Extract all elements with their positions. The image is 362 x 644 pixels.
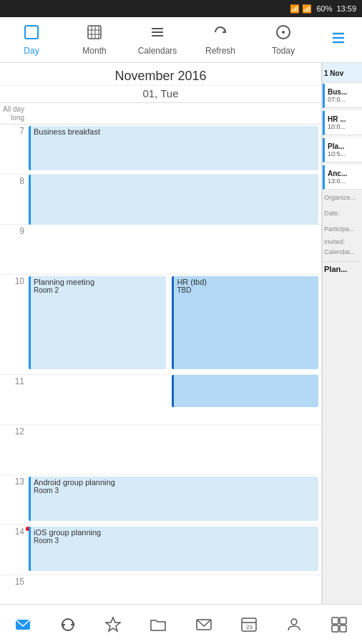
right-event-bus-title: Bus... <box>328 88 359 96</box>
svg-rect-0 <box>25 26 38 39</box>
day-header: 01, Tue <box>0 86 321 103</box>
event-subtitle: Room 3 <box>34 537 315 545</box>
right-details-section: Organize... Date: Participa... Invited: … <box>323 191 362 604</box>
bottom-nav-mail[interactable] <box>14 616 31 633</box>
event-business-breakfast-cont[interactable] <box>29 175 318 225</box>
hour-content-15 <box>29 575 321 604</box>
hour-row-14: 14 iOS group planning Room 3 <box>0 525 321 575</box>
hour-label-12: 12 <box>0 425 29 474</box>
status-icons: 📶 📶 <box>290 4 312 14</box>
hour-row-10: 10 Planning meeting Room 2 HR (tbd) TBD <box>0 275 321 375</box>
calendar-pane: November 2016 01, Tue All daylong 7 Busi… <box>0 63 322 604</box>
event-subtitle: TBD <box>177 286 315 294</box>
nav-refresh-label: Refresh <box>205 46 235 56</box>
svg-marker-16 <box>106 618 120 631</box>
clock: 13:59 <box>336 4 356 13</box>
menu-icon[interactable] <box>325 30 352 50</box>
battery-level: 60% <box>316 4 332 13</box>
right-date-label: 1 Nov <box>323 63 362 82</box>
event-title: Business breakfast <box>34 127 100 136</box>
svg-rect-25 <box>340 625 346 632</box>
nav-today[interactable]: Today <box>262 24 305 56</box>
invited-label: Invited: <box>324 238 361 245</box>
right-event-anc-title: Anc... <box>328 170 359 177</box>
top-navigation: Day Month Calendars <box>0 17 362 63</box>
event-subtitle: Room 3 <box>34 487 315 494</box>
calendar-label: Calendar... <box>324 248 361 255</box>
hour-label-14: 14 <box>0 525 29 575</box>
right-event-bus-time: 07:0... <box>328 96 359 103</box>
nav-month[interactable]: Month <box>73 24 116 56</box>
hour-label-8: 8 <box>0 175 29 224</box>
bottom-navigation: 23 <box>0 604 362 644</box>
bottom-nav-person[interactable] <box>285 616 303 633</box>
bottom-nav-star[interactable] <box>104 616 122 633</box>
all-day-row: All daylong <box>0 103 321 125</box>
nav-refresh[interactable]: Refresh <box>199 24 242 56</box>
hour-label-15: 15 <box>0 575 29 604</box>
right-event-pla-time: 10:5... <box>328 150 359 157</box>
nav-month-label: Month <box>82 46 106 56</box>
hour-label-13: 13 <box>0 475 29 525</box>
event-title: iOS group planning <box>34 528 315 537</box>
bottom-nav-sync[interactable] <box>59 616 77 633</box>
bottom-nav-envelope[interactable] <box>195 616 212 633</box>
hour-content-8 <box>29 175 321 224</box>
right-event-bus[interactable]: Bus... 07:0... <box>323 84 362 108</box>
event-ios-group[interactable]: iOS group planning Room 3 <box>29 527 318 571</box>
right-section-title: Plan... <box>324 265 361 273</box>
time-grid[interactable]: 7 Business breakfast 8 9 <box>0 125 321 604</box>
hour-row-7: 7 Business breakfast <box>0 125 321 175</box>
event-planning-meeting[interactable]: Planning meeting Room 2 <box>29 276 166 369</box>
right-event-hr-title: HR ... <box>328 115 359 123</box>
right-event-hr-time: 10:0... <box>328 123 359 130</box>
right-event-anc-time: 13:0... <box>328 177 359 185</box>
hour-label-11: 11 <box>0 375 29 424</box>
nav-day[interactable]: Day <box>10 24 53 56</box>
today-icon <box>275 24 291 44</box>
hour-label-9: 9 <box>0 225 29 274</box>
svg-point-11 <box>282 31 285 34</box>
month-icon <box>87 24 102 44</box>
organizer-label: Organize... <box>324 194 361 201</box>
hour-row-15: 15 <box>0 575 321 604</box>
right-panel: 1 Nov Bus... 07:0... HR ... 10:0... Pla.… <box>322 63 362 604</box>
nav-calendars[interactable]: Calendars <box>136 24 179 56</box>
hour-content-12 <box>29 425 321 474</box>
main-layout: November 2016 01, Tue All daylong 7 Busi… <box>0 63 362 604</box>
event-title: HR (tbd) <box>177 278 315 286</box>
event-title: Planning meeting <box>34 278 163 286</box>
hour-row-9: 9 <box>0 225 321 275</box>
svg-point-21 <box>291 619 297 625</box>
right-event-pla[interactable]: Pla... 10:5... <box>323 138 362 162</box>
event-hr-tbd[interactable]: HR (tbd) TBD <box>172 276 318 369</box>
hour-row-12: 12 <box>0 425 321 475</box>
svg-rect-24 <box>332 625 338 632</box>
svg-text:23: 23 <box>246 624 253 630</box>
hour-label-10: 10 <box>0 275 29 374</box>
nav-day-label: Day <box>24 46 39 56</box>
bottom-nav-folder[interactable] <box>150 616 167 633</box>
month-year-header: November 2016 <box>0 63 321 86</box>
event-business-breakfast[interactable]: Business breakfast <box>29 126 318 170</box>
hour-content-7: Business breakfast <box>29 125 321 174</box>
nav-calendars-label: Calendars <box>138 46 177 56</box>
right-section-title-wrap: Plan... <box>324 261 361 273</box>
right-event-hr[interactable]: HR ... 10:0... <box>323 111 362 135</box>
event-android-group[interactable]: Android group planning Room 3 <box>29 477 318 521</box>
bottom-nav-calendar[interactable]: 23 <box>240 616 258 633</box>
svg-rect-22 <box>332 618 338 624</box>
right-event-pla-title: Pla... <box>328 142 359 150</box>
svg-rect-23 <box>340 618 346 624</box>
participants-label: Participa... <box>324 225 361 233</box>
calendars-icon <box>150 24 165 44</box>
hour-content-11 <box>29 375 321 424</box>
day-icon <box>24 24 39 44</box>
right-event-anc[interactable]: Anc... 13:0... <box>323 165 362 190</box>
event-hr-tbd-cont <box>172 375 318 407</box>
nav-today-label: Today <box>272 46 295 56</box>
bottom-nav-grid[interactable] <box>331 616 348 633</box>
refresh-icon <box>212 24 228 44</box>
hour-label-7: 7 <box>0 125 29 174</box>
hour-row-11: 11 <box>0 375 321 425</box>
